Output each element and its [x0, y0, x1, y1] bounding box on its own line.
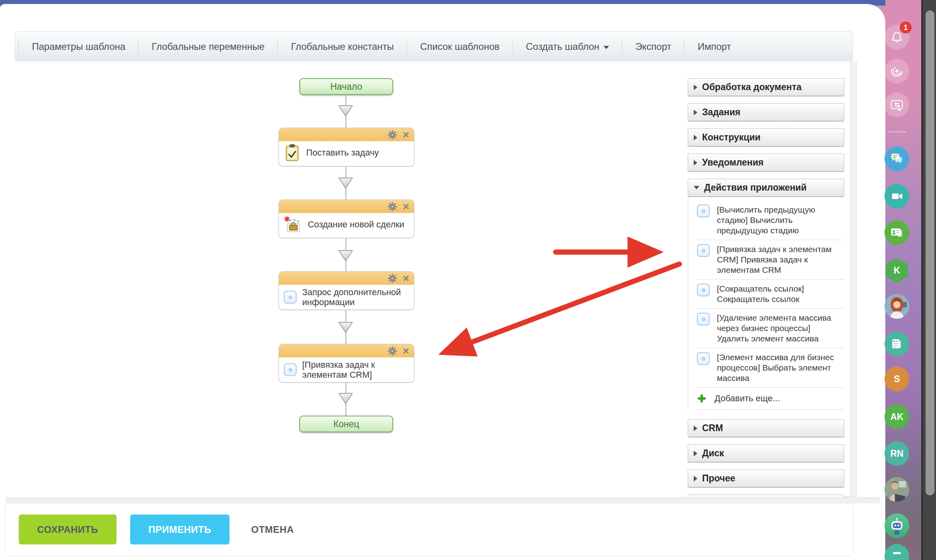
save-button[interactable]: СОХРАНИТЬ: [19, 515, 117, 544]
section-app-actions[interactable]: Действия приложений: [688, 179, 844, 197]
activity-header: ×: [279, 344, 414, 357]
section-other[interactable]: Прочее: [688, 469, 844, 487]
menu-template-parameters[interactable]: Параметры шаблона: [20, 41, 137, 52]
browser-scrollbar-track[interactable]: [921, 0, 936, 560]
video-calls-app-button[interactable]: [885, 184, 909, 209]
palette-item-link-shortener[interactable]: [Сокращатель ссылок] Сокращатель ссылок: [696, 279, 844, 308]
video-camera-icon: [889, 188, 905, 204]
chevron-right-icon: [694, 135, 697, 140]
app-action-icon: [697, 352, 710, 365]
activity-title: Поставить задачу: [306, 148, 379, 158]
activity-header: ×: [279, 200, 414, 213]
new-deal-briefcase-icon: [284, 215, 302, 234]
app-action-icon: [697, 244, 710, 257]
menu-template-list[interactable]: Список шаблонов: [408, 41, 512, 52]
delete-block-icon[interactable]: ×: [403, 273, 409, 284]
delete-block-icon[interactable]: ×: [403, 129, 409, 140]
activity-title: Запрос дополнительной информации: [302, 287, 402, 308]
bizproc-designer-window: Параметры шаблона Глобальные переменные …: [0, 4, 885, 560]
avatar-man-photo[interactable]: [885, 477, 909, 502]
menu-import[interactable]: Импорт: [686, 41, 743, 52]
app-actions-list: [Вычислить предыдущую стадию] Вычислить …: [688, 198, 844, 410]
notifications-bell-button[interactable]: 1: [885, 25, 909, 49]
red-arrow-to-workflow-block: [445, 264, 679, 352]
chevron-down-icon: [694, 186, 699, 189]
avatar-woman-photo[interactable]: [885, 294, 909, 319]
menu-global-variables[interactable]: Глобальные переменные: [140, 41, 277, 52]
connector-arrow: [338, 321, 354, 334]
settings-gear-icon[interactable]: [388, 130, 397, 140]
delete-block-icon[interactable]: ×: [403, 201, 409, 212]
robot-avatar-image: [887, 516, 906, 535]
section-tasks[interactable]: Задания: [688, 103, 844, 121]
settings-gear-icon[interactable]: [388, 346, 397, 356]
messenger-app-button[interactable]: [885, 146, 909, 171]
toolbar-separator: [512, 38, 513, 55]
connector-arrow: [338, 249, 354, 262]
section-document-processing[interactable]: Обработка документа: [688, 78, 844, 96]
translator-chat-button[interactable]: [885, 93, 909, 117]
apply-button[interactable]: ПРИМЕНИТЬ: [130, 515, 230, 544]
avatar-initials: S: [894, 374, 900, 385]
activity-title: [Привязка задач к элементам CRM]: [302, 360, 402, 380]
palette-item-calc-prev-stage[interactable]: [Вычислить предыдущую стадию] Вычислить …: [696, 201, 844, 240]
chevron-right-icon: [694, 85, 697, 90]
app-action-icon: [284, 363, 297, 376]
delete-block-icon[interactable]: ×: [403, 345, 409, 357]
section-disk[interactable]: Диск: [688, 444, 844, 462]
avatar-s[interactable]: S: [885, 367, 909, 391]
actions-palette: Обработка документа Задания Конструкции …: [688, 78, 844, 520]
chat-bubbles-icon: [889, 150, 905, 167]
menu-global-constants[interactable]: Глобальные константы: [279, 41, 406, 52]
menu-create-template[interactable]: Создать шаблон: [514, 41, 621, 52]
contact-card-icon: [889, 224, 905, 241]
activity-block-request-info[interactable]: × Запрос дополнительной информации: [279, 271, 414, 310]
copilot-sparkle-icon: [889, 63, 905, 79]
workflow-start-node[interactable]: Начало: [299, 78, 393, 95]
avatar-initials: RN: [890, 448, 903, 459]
activity-header: ×: [279, 128, 414, 141]
add-more-button[interactable]: Добавить еще...: [696, 387, 844, 410]
chevron-down-icon: [604, 46, 609, 49]
avatar-rn[interactable]: RN: [885, 441, 909, 466]
avatar-bot[interactable]: [885, 513, 909, 538]
cancel-button[interactable]: ОТМЕНА: [243, 515, 302, 544]
template-toolbar: Параметры шаблона Глобальные переменные …: [15, 31, 853, 62]
menu-export[interactable]: Экспорт: [623, 41, 683, 52]
app-action-icon: [697, 284, 710, 296]
browser-scrollbar-thumb[interactable]: [926, 10, 934, 495]
toolbar-separator: [138, 38, 139, 55]
task-clipboard-icon: [284, 144, 301, 162]
section-constructions[interactable]: Конструкции: [688, 128, 844, 146]
settings-gear-icon[interactable]: [388, 202, 397, 211]
man-avatar-image: [885, 477, 909, 502]
connector-arrow: [338, 105, 354, 117]
workflow-end-node[interactable]: Конец: [299, 416, 393, 432]
chevron-right-icon: [694, 426, 697, 431]
toolbar-separator: [18, 38, 19, 55]
section-notifications[interactable]: Уведомления: [688, 154, 844, 172]
notification-badge: 1: [900, 22, 912, 34]
app-action-icon: [697, 205, 710, 217]
settings-gear-icon[interactable]: [388, 274, 397, 283]
activity-block-set-task[interactable]: × Поставить задачу: [279, 128, 414, 166]
section-crm[interactable]: CRM: [688, 419, 844, 437]
connector-arrow: [338, 392, 354, 405]
toolbar-separator: [622, 38, 623, 55]
toolbar-separator: [684, 38, 685, 55]
contacts-app-button[interactable]: [885, 220, 909, 245]
avatar-initials: K: [894, 265, 900, 276]
palette-item-task-crm-binding[interactable]: [Привязка задач к элементам CRM] Привязк…: [696, 240, 844, 279]
activity-block-task-crm-binding[interactable]: × [Привязка задач к элементам CRM]: [279, 344, 414, 383]
palette-item-select-array-element[interactable]: [Элемент массива для бизнес процессов] В…: [696, 348, 844, 387]
avatar-initials: AK: [890, 412, 903, 422]
palette-item-delete-array-element[interactable]: [Удаление элемента массива через бизнес …: [696, 308, 844, 348]
copilot-button[interactable]: [885, 59, 909, 83]
activity-block-new-deal[interactable]: × Создание новой сделки: [279, 199, 414, 238]
avatar-ak[interactable]: AK: [885, 404, 909, 429]
app-action-icon: [697, 313, 710, 325]
sidebar-scroll-track[interactable]: [850, 61, 857, 497]
news-feed-app-button[interactable]: [885, 331, 909, 356]
app-action-icon: [284, 291, 297, 304]
activity-header: ×: [279, 272, 414, 285]
